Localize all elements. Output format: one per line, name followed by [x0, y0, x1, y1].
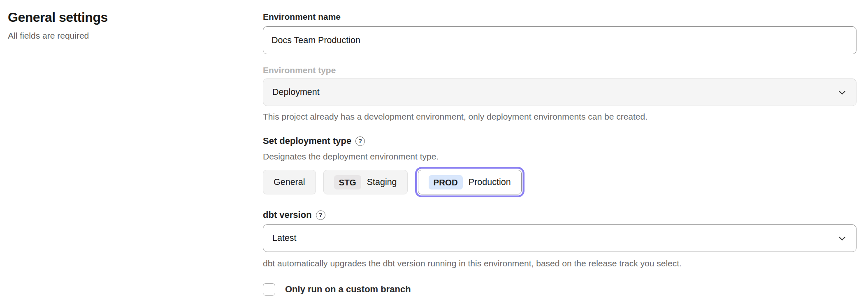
help-icon[interactable]: ?: [316, 210, 325, 220]
custom-branch-label: Only run on a custom branch: [285, 284, 411, 295]
deployment-type-label: Set deployment type ?: [263, 135, 856, 147]
deployment-type-staging-label: Staging: [367, 177, 397, 187]
deployment-type-production-button[interactable]: PROD Production: [418, 170, 522, 194]
dbt-version-label: dbt version ?: [263, 209, 856, 221]
chevron-down-icon: [837, 88, 847, 97]
custom-branch-row: Only run on a custom branch: [263, 283, 856, 296]
environment-type-helper: This project already has a development e…: [263, 111, 856, 122]
page-subtitle: All fields are required: [8, 30, 238, 41]
deployment-type-production-label: Production: [469, 177, 511, 187]
deployment-type-general-label: General: [274, 177, 305, 187]
environment-type-select: Deployment: [263, 79, 856, 106]
general-settings-form: Environment name Environment type Deploy…: [263, 8, 856, 296]
staging-badge: STG: [334, 175, 361, 189]
dbt-version-select[interactable]: Latest: [263, 224, 856, 252]
deployment-type-general-button[interactable]: General: [263, 170, 316, 194]
settings-intro: General settings All fields are required: [8, 9, 238, 41]
custom-branch-checkbox[interactable]: [263, 283, 275, 296]
dbt-version-helper: dbt automatically upgrades the dbt versi…: [263, 258, 856, 269]
deployment-type-helper: Designates the deployment environment ty…: [263, 151, 856, 162]
dbt-version-value: Latest: [272, 233, 297, 243]
deployment-type-staging-button[interactable]: STG Staging: [323, 170, 408, 194]
environment-type-value: Deployment: [272, 87, 320, 97]
environment-name-input[interactable]: [263, 26, 856, 54]
environment-type-label: Environment type: [263, 65, 856, 76]
page-title: General settings: [8, 9, 238, 25]
help-icon[interactable]: ?: [355, 136, 365, 146]
deployment-type-options: General STG Staging PROD Production: [263, 169, 856, 196]
chevron-down-icon: [837, 233, 847, 243]
production-badge: PROD: [429, 175, 463, 189]
environment-name-label: Environment name: [263, 12, 856, 22]
